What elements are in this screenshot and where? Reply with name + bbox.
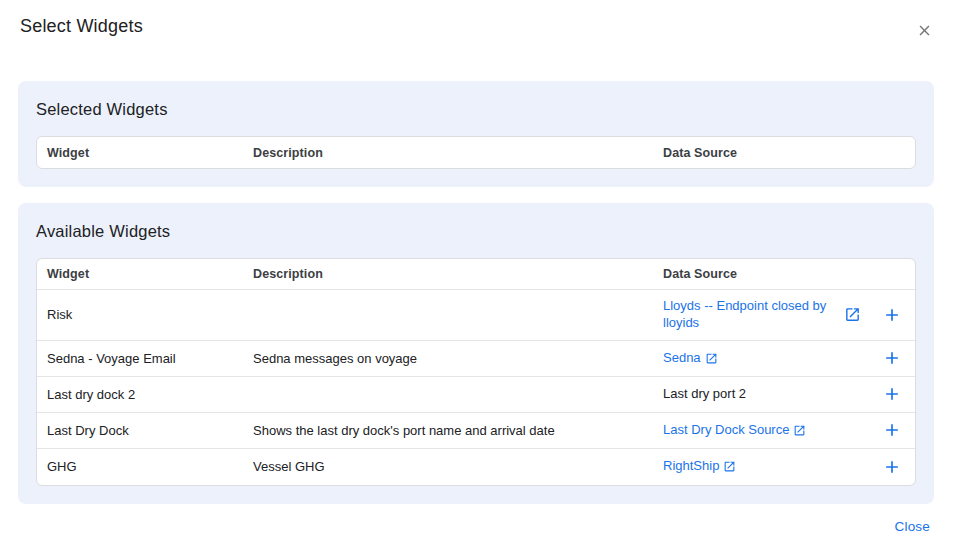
column-header-description: Description — [253, 267, 663, 281]
table-row: GHG Vessel GHG RightShip — [37, 449, 915, 485]
table-row: Sedna - Voyage Email Sedna messages on v… — [37, 341, 915, 377]
data-source-cell: RightShip — [663, 450, 835, 483]
table-row: Last dry dock 2 Last dry port 2 — [37, 377, 915, 413]
dialog-footer: Close — [894, 517, 930, 535]
data-source-link[interactable]: Sedna — [663, 350, 718, 367]
data-source-link[interactable]: Last Dry Dock Source — [663, 422, 806, 439]
widget-description: Shows the last dry dock's port name and … — [253, 415, 663, 446]
column-header-data-source: Data Source — [663, 146, 835, 160]
add-widget-button[interactable] — [880, 346, 904, 370]
widget-description: Sedna messages on voyage — [253, 343, 663, 374]
column-header-widget: Widget — [37, 146, 253, 160]
data-source-cell: Sedna — [663, 342, 835, 375]
data-source-cell: Lloyds -- Endpoint closed by lloyids — [663, 290, 835, 340]
widget-name: Last Dry Dock — [37, 415, 253, 446]
widget-name: Sedna - Voyage Email — [37, 343, 253, 374]
select-widgets-dialog: Select Widgets Selected Widgets Widget D… — [0, 0, 953, 552]
external-link-cell — [835, 298, 869, 331]
widget-name: Risk — [37, 299, 253, 330]
external-link-icon[interactable] — [844, 306, 861, 323]
add-widget-button[interactable] — [880, 303, 904, 327]
external-link-icon[interactable] — [793, 424, 806, 437]
column-header-data-source: Data Source — [663, 267, 835, 281]
widget-description — [253, 386, 663, 402]
widget-name: Last dry dock 2 — [37, 379, 253, 410]
table-row: Risk Lloyds -- Endpoint closed by lloyid… — [37, 290, 915, 341]
data-source-text: Last dry port 2 — [663, 386, 746, 401]
add-widget-button[interactable] — [880, 382, 904, 406]
available-widgets-section: Available Widgets Widget Description Dat… — [18, 203, 934, 504]
data-source-link[interactable]: Lloyds -- Endpoint closed by lloyids — [663, 298, 835, 332]
selected-widgets-section: Selected Widgets Widget Description Data… — [18, 81, 934, 187]
data-source-link[interactable]: RightShip — [663, 458, 736, 475]
add-widget-button[interactable] — [880, 418, 904, 442]
column-header-widget: Widget — [37, 267, 253, 281]
data-source-cell: Last Dry Dock Source — [663, 414, 835, 447]
external-link-cell — [835, 422, 869, 438]
external-link-cell — [835, 459, 869, 475]
widget-description — [253, 307, 663, 323]
table-header-row: Widget Description Data Source — [37, 259, 915, 290]
dialog-header: Select Widgets — [0, 14, 953, 43]
data-source-cell: Last dry port 2 — [663, 378, 835, 411]
close-link[interactable]: Close — [894, 519, 930, 534]
column-header-description: Description — [253, 146, 663, 160]
close-icon[interactable] — [912, 18, 937, 43]
add-widget-button[interactable] — [880, 455, 904, 479]
table-row: Last Dry Dock Shows the last dry dock's … — [37, 413, 915, 449]
available-widgets-rows: Risk Lloyds -- Endpoint closed by lloyid… — [37, 290, 915, 485]
table-header-row: Widget Description Data Source — [37, 137, 915, 168]
external-link-cell — [835, 350, 869, 366]
external-link-cell — [835, 386, 869, 402]
available-widgets-table: Widget Description Data Source Risk Lloy… — [36, 258, 916, 486]
selected-widgets-title: Selected Widgets — [36, 100, 916, 119]
selected-widgets-table: Widget Description Data Source — [36, 136, 916, 169]
dialog-title: Select Widgets — [20, 16, 143, 37]
external-link-icon[interactable] — [723, 460, 736, 473]
widget-name: GHG — [37, 451, 253, 482]
widget-description: Vessel GHG — [253, 451, 663, 482]
external-link-icon[interactable] — [705, 352, 718, 365]
available-widgets-title: Available Widgets — [36, 222, 916, 241]
